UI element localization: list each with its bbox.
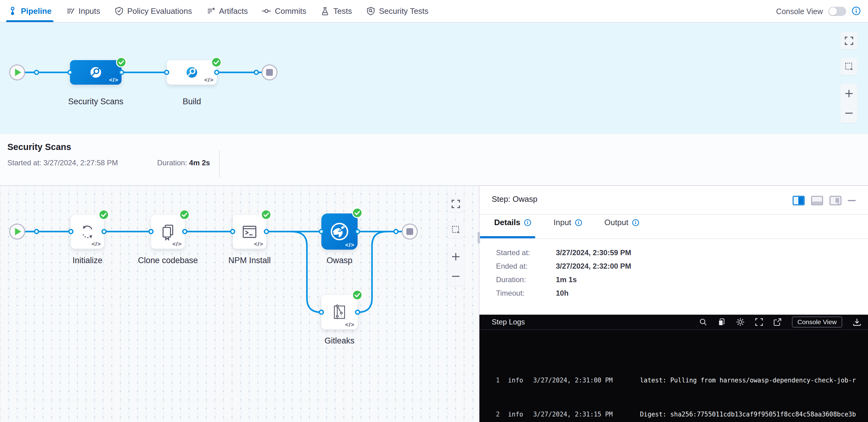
stop-icon (266, 69, 273, 76)
code-tag-icon: </> (109, 77, 119, 84)
graph-start-node[interactable] (9, 224, 25, 239)
info-icon[interactable] (632, 219, 639, 226)
wire-port (254, 70, 259, 75)
info-icon[interactable] (524, 219, 531, 226)
tab-policy-evaluations[interactable]: Policy Evaluations (115, 0, 192, 22)
settings-gear-icon[interactable] (736, 318, 745, 326)
log-line-number: 2 (492, 409, 500, 420)
stage-pipeline-canvas[interactable]: </> </> Security Scans Build (0, 23, 868, 134)
download-icon[interactable] (852, 318, 861, 326)
field-row: Started at: 3/27/2024, 2:30:59 PM (496, 246, 631, 259)
owasp-icon (329, 221, 350, 242)
console-view-label: Console View (776, 7, 823, 16)
duration-value: 4m 2s (189, 159, 210, 167)
layout-floating-icon[interactable] (829, 196, 842, 207)
divider (479, 238, 868, 239)
stage-label[interactable]: Security Scans (68, 97, 123, 106)
npm-install-icon (241, 223, 258, 241)
tab-security-tests[interactable]: Security Tests (366, 0, 429, 22)
fullscreen-button[interactable] (840, 32, 858, 50)
duration-label: Duration: (157, 159, 187, 167)
wire-port (164, 70, 169, 75)
field-value: 1m 1s (556, 275, 577, 284)
graph-end-node[interactable] (402, 224, 418, 239)
tab-label: Commits (275, 6, 306, 16)
toggle-knob (829, 7, 837, 15)
info-icon[interactable] (575, 219, 582, 226)
tab-details[interactable]: Details (494, 218, 531, 227)
search-icon[interactable] (699, 318, 707, 326)
stage-title: Security Scans (7, 142, 71, 152)
tab-output[interactable]: Output (604, 218, 639, 227)
layout-split-right-icon[interactable] (793, 196, 805, 207)
stage-end-node[interactable] (261, 64, 277, 80)
stage-node-security-scans[interactable]: </> (70, 60, 122, 85)
fullscreen-button[interactable] (447, 195, 464, 213)
divider (219, 150, 220, 177)
panel-resize-handle[interactable] (477, 232, 480, 244)
console-view-button[interactable]: Console View (792, 317, 842, 328)
graph-canvas-controls (447, 195, 464, 286)
success-badge (352, 290, 363, 300)
step-panel-tabs: Details Input Output (494, 218, 639, 227)
tab-artifacts[interactable]: Artifacts (206, 0, 248, 22)
tab-tests[interactable]: Tests (320, 0, 352, 22)
step-graph-canvas[interactable]: </> </> </> (0, 186, 479, 422)
commit-icon (262, 6, 271, 15)
stage-node-build[interactable]: </> (167, 60, 217, 85)
step-label[interactable]: Gitleaks (324, 336, 354, 346)
info-icon[interactable] (852, 6, 861, 17)
tab-label: Pipeline (21, 6, 52, 16)
step-label[interactable]: Initialize (72, 256, 102, 265)
step-label[interactable]: Clone codebase (138, 256, 198, 265)
tab-pipeline[interactable]: Pipeline (8, 0, 52, 22)
log-line: 1info3/27/2024, 2:31:00 PMlatest: Pullin… (492, 375, 868, 386)
play-icon (15, 69, 21, 76)
stage-canvas-controls (840, 32, 858, 123)
stage-info-bar: Security Scans Started at: 3/27/2024, 2:… (0, 134, 868, 186)
step-logs-output[interactable]: 1info3/27/2024, 2:31:00 PMlatest: Pullin… (479, 330, 868, 422)
field-value: 3/27/2024, 2:32:00 PM (556, 262, 631, 270)
zoom-out-button[interactable] (447, 266, 464, 286)
log-level: info (508, 375, 525, 386)
tab-inputs[interactable]: Inputs (66, 0, 100, 22)
wire-port (34, 229, 39, 234)
zoom-in-button[interactable] (840, 84, 858, 103)
artifacts-icon (206, 6, 215, 15)
minimize-panel-icon[interactable] (848, 196, 856, 207)
wire-port (149, 229, 154, 234)
console-view-toggle[interactable] (828, 7, 846, 16)
tab-label: Inputs (79, 6, 100, 16)
step-label[interactable]: Owasp (327, 256, 352, 265)
clone-codebase-icon (159, 223, 177, 241)
open-external-icon[interactable] (773, 318, 781, 326)
stage-start-node[interactable] (9, 64, 25, 80)
wire-port (394, 229, 399, 234)
fullscreen-icon[interactable] (755, 318, 763, 326)
log-message: latest: Pulling from harness/owasp-depen… (640, 375, 856, 386)
zoom-out-button[interactable] (840, 103, 858, 123)
field-label: Ended at: (496, 262, 556, 270)
stage-label[interactable]: Build (183, 97, 201, 106)
play-icon (15, 228, 21, 235)
tab-label: Artifacts (219, 6, 248, 16)
log-message: Digest: sha256:7755011cdb13caf9f95051f8c… (640, 409, 856, 420)
tab-input[interactable]: Input (553, 218, 582, 227)
layout-split-bottom-icon[interactable] (811, 196, 823, 207)
zoom-in-button[interactable] (447, 247, 464, 266)
success-badge (211, 57, 222, 68)
top-nav: Pipeline Inputs Policy Evaluations Artif… (0, 0, 868, 23)
gitleaks-icon (330, 303, 349, 322)
log-level: info (508, 409, 525, 420)
tab-commits[interactable]: Commits (262, 0, 306, 22)
tab-label: Security Tests (379, 6, 429, 16)
step-node-owasp[interactable]: </> (321, 214, 358, 250)
step-label[interactable]: NPM Install (228, 256, 271, 265)
shield-check-icon (115, 6, 124, 15)
multi-select-button[interactable] (840, 58, 858, 75)
wire-port (355, 229, 360, 234)
field-row: Ended at: 3/27/2024, 2:32:00 PM (496, 259, 631, 273)
copy-icon[interactable] (718, 318, 725, 326)
multi-select-button[interactable] (447, 221, 464, 238)
tab-label: Input (553, 218, 571, 227)
